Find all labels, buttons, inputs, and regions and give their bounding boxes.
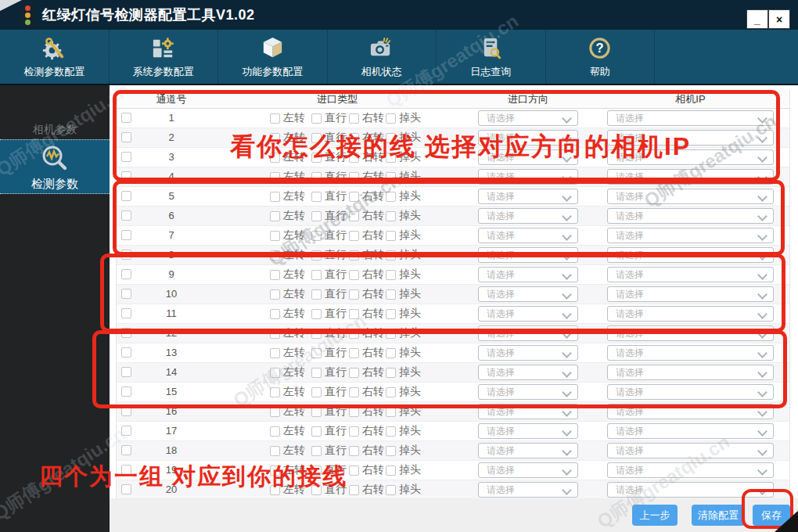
direction-select[interactable]: 请选择 [478, 247, 578, 263]
checkbox-icon[interactable] [270, 270, 280, 280]
turn-option-straight[interactable]: 直行 [311, 207, 347, 225]
turn-option-u-turn[interactable]: 掉头 [386, 167, 421, 186]
row-select-checkbox[interactable] [121, 445, 131, 455]
camera-ip-select[interactable]: 请选择 [607, 169, 774, 185]
checkbox-icon[interactable] [311, 485, 322, 495]
nav-item-camera-status[interactable]: 相机状态 [328, 30, 437, 84]
turn-option-straight[interactable]: 直行 [311, 226, 347, 245]
turn-option-u-turn[interactable]: 掉头 [386, 441, 421, 460]
row-select-checkbox[interactable] [121, 113, 131, 123]
turn-option-right-turn[interactable]: 右转 [349, 343, 384, 362]
row-select-checkbox[interactable] [121, 132, 131, 142]
checkbox-icon[interactable] [386, 446, 396, 456]
save-button[interactable]: 保存 [753, 505, 790, 526]
minimize-button[interactable]: _ [746, 9, 768, 29]
nav-item-system-config[interactable]: 系统参数配置 [110, 30, 219, 84]
direction-select[interactable]: 请选择 [478, 306, 578, 322]
turn-option-u-turn[interactable]: 掉头 [386, 285, 421, 304]
checkbox-icon[interactable] [270, 348, 280, 358]
checkbox-icon[interactable] [270, 407, 280, 417]
turn-option-left-turn[interactable]: 左转 [270, 383, 305, 401]
nav-item-help[interactable]: ? 帮助 [546, 30, 656, 84]
turn-option-left-turn[interactable]: 左转 [270, 246, 305, 264]
sidebar-item-detect-params[interactable]: 检测参数 [0, 139, 110, 194]
checkbox-icon[interactable] [311, 466, 322, 476]
camera-ip-select[interactable]: 请选择 [607, 208, 774, 224]
checkbox-icon[interactable] [270, 446, 280, 456]
checkbox-icon[interactable] [349, 387, 359, 397]
camera-ip-select[interactable]: 请选择 [607, 325, 774, 341]
turn-option-left-turn[interactable]: 左转 [270, 285, 305, 304]
row-select-checkbox[interactable] [121, 426, 131, 436]
checkbox-icon[interactable] [311, 153, 322, 163]
turn-option-left-turn[interactable]: 左转 [270, 480, 305, 499]
turn-option-u-turn[interactable]: 掉头 [386, 148, 421, 167]
checkbox-icon[interactable] [311, 368, 322, 378]
turn-option-u-turn[interactable]: 掉头 [386, 480, 421, 499]
direction-select[interactable]: 请选择 [478, 189, 578, 204]
checkbox-icon[interactable] [311, 407, 322, 417]
checkbox-icon[interactable] [386, 426, 396, 437]
row-select-checkbox[interactable] [121, 269, 131, 279]
turn-option-u-turn[interactable]: 掉头 [386, 402, 421, 421]
turn-option-right-turn[interactable]: 右转 [349, 480, 384, 499]
checkbox-icon[interactable] [349, 368, 359, 378]
row-select-checkbox[interactable] [121, 328, 131, 338]
turn-option-u-turn[interactable]: 掉头 [386, 422, 421, 440]
camera-ip-select[interactable]: 请选择 [607, 365, 774, 380]
turn-option-left-turn[interactable]: 左转 [270, 148, 305, 167]
row-select-checkbox[interactable] [121, 484, 131, 494]
row-select-checkbox[interactable] [121, 210, 131, 221]
turn-option-right-turn[interactable]: 右转 [349, 109, 384, 128]
row-select-checkbox[interactable] [121, 347, 131, 358]
checkbox-icon[interactable] [270, 231, 280, 241]
turn-option-right-turn[interactable]: 右转 [349, 207, 384, 225]
turn-option-left-turn[interactable]: 左转 [270, 461, 305, 480]
checkbox-icon[interactable] [311, 113, 322, 124]
checkbox-icon[interactable] [311, 211, 322, 221]
turn-option-straight[interactable]: 直行 [311, 480, 347, 499]
turn-option-u-turn[interactable]: 掉头 [386, 304, 421, 323]
checkbox-icon[interactable] [270, 329, 280, 339]
turn-option-left-turn[interactable]: 左转 [270, 207, 305, 225]
direction-select[interactable]: 请选择 [478, 384, 578, 400]
turn-option-left-turn[interactable]: 左转 [270, 343, 305, 362]
row-select-checkbox[interactable] [121, 250, 131, 260]
row-select-checkbox[interactable] [121, 465, 131, 475]
camera-ip-select[interactable]: 请选择 [607, 286, 774, 302]
checkbox-icon[interactable] [311, 231, 322, 241]
nav-item-log-query[interactable]: 日志查询 [437, 30, 546, 84]
turn-option-right-turn[interactable]: 右转 [349, 246, 384, 264]
checkbox-icon[interactable] [386, 211, 396, 221]
checkbox-icon[interactable] [349, 231, 359, 241]
turn-option-left-turn[interactable]: 左转 [270, 363, 305, 382]
row-select-checkbox[interactable] [121, 230, 131, 240]
checkbox-icon[interactable] [311, 446, 322, 456]
camera-ip-select[interactable]: 请选择 [607, 110, 774, 126]
turn-option-right-turn[interactable]: 右转 [349, 128, 384, 147]
turn-option-right-turn[interactable]: 右转 [349, 383, 384, 401]
turn-option-straight[interactable]: 直行 [311, 265, 347, 284]
turn-option-straight[interactable]: 直行 [311, 343, 347, 362]
checkbox-icon[interactable] [270, 153, 280, 163]
checkbox-icon[interactable] [386, 466, 396, 476]
turn-option-right-turn[interactable]: 右转 [349, 304, 384, 323]
checkbox-icon[interactable] [349, 289, 359, 300]
camera-ip-select[interactable]: 请选择 [607, 345, 774, 361]
checkbox-icon[interactable] [270, 426, 280, 437]
checkbox-icon[interactable] [349, 426, 359, 437]
checkbox-icon[interactable] [349, 466, 359, 476]
checkbox-icon[interactable] [386, 289, 396, 300]
checkbox-icon[interactable] [349, 348, 359, 358]
checkbox-icon[interactable] [386, 407, 396, 417]
camera-ip-select[interactable]: 请选择 [607, 384, 774, 400]
direction-select[interactable]: 请选择 [478, 325, 578, 341]
checkbox-icon[interactable] [386, 309, 396, 319]
nav-item-function-config[interactable]: 功能参数配置 [218, 30, 328, 84]
turn-option-u-turn[interactable]: 掉头 [386, 343, 421, 362]
row-select-checkbox[interactable] [121, 308, 131, 318]
checkbox-icon[interactable] [349, 133, 359, 143]
turn-option-left-turn[interactable]: 左转 [270, 324, 305, 343]
turn-option-left-turn[interactable]: 左转 [270, 265, 305, 284]
turn-option-u-turn[interactable]: 掉头 [386, 226, 421, 245]
